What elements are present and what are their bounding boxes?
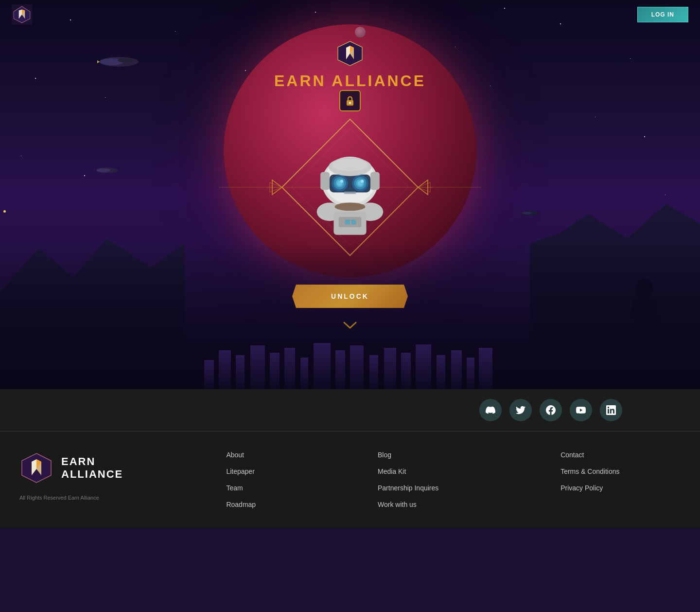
footer-link-partnership[interactable]: Partnership Inquires [378, 484, 438, 492]
lock-badge [339, 90, 361, 111]
footer-link-blog[interactable]: Blog [378, 451, 438, 459]
svg-rect-72 [351, 219, 356, 225]
footer-link-privacy[interactable]: Privacy Policy [560, 484, 619, 492]
brand-earn: EARN [274, 72, 326, 90]
footer-brand-text: EARN ALLIANCE [61, 455, 123, 481]
linkedin-button[interactable] [600, 399, 622, 421]
footer-link-contact[interactable]: Contact [560, 451, 619, 459]
twitter-button[interactable] [509, 399, 532, 421]
footer-col-2: Blog Media Kit Partnership Inquires Work… [378, 451, 438, 508]
svg-rect-71 [345, 219, 350, 225]
footer-link-roadmap[interactable]: Roadmap [226, 501, 256, 508]
footer-logo-area: EARN ALLIANCE [19, 451, 165, 485]
footer-main: EARN ALLIANCE All Rights Reserved Earn A… [0, 432, 700, 528]
footer-nav-columns: About Litepaper Team Roadmap Blog Media … [165, 451, 681, 508]
footer-copyright: All Rights Reserved Earn Alliance [19, 495, 165, 501]
svg-rect-63 [370, 172, 380, 190]
footer: EARN ALLIANCE All Rights Reserved Earn A… [0, 389, 700, 528]
footer-link-litepaper[interactable]: Litepaper [226, 468, 256, 475]
brand-name: EARN ALLIANCE [274, 72, 426, 90]
brand-alliance: ALLIANCE [332, 72, 426, 90]
svg-point-65 [332, 159, 368, 171]
social-bar [0, 389, 700, 431]
svg-rect-61 [344, 191, 356, 194]
discord-button[interactable] [479, 399, 502, 421]
footer-brand-line2: ALLIANCE [61, 468, 123, 480]
center-content: EARN ALLIANCE [0, 0, 700, 389]
footer-link-team[interactable]: Team [226, 484, 256, 492]
header: LOG IN [0, 0, 700, 29]
header-logo [12, 4, 32, 25]
diamond-container [267, 105, 433, 270]
footer-logo-icon [19, 451, 53, 485]
footer-link-media-kit[interactable]: Media Kit [378, 468, 438, 475]
svg-point-60 [361, 180, 364, 182]
hero-section: EARN ALLIANCE [0, 0, 700, 389]
unlock-button[interactable]: UNLOCK [292, 285, 408, 308]
brand-logo-icon [335, 39, 365, 68]
svg-point-59 [340, 180, 343, 182]
footer-link-work-with-us[interactable]: Work with us [378, 501, 438, 508]
robot-image [299, 142, 401, 244]
svg-point-47 [349, 102, 351, 104]
footer-brand-line1: EARN [61, 455, 95, 468]
youtube-button[interactable] [570, 399, 592, 421]
login-button[interactable]: LOG IN [637, 7, 688, 22]
svg-point-73 [335, 203, 366, 211]
scroll-chevron[interactable] [343, 318, 357, 333]
footer-link-about[interactable]: About [226, 451, 256, 459]
footer-col-3: Contact Terms & Conditions Privacy Polic… [560, 451, 619, 508]
footer-brand-column: EARN ALLIANCE All Rights Reserved Earn A… [19, 451, 165, 508]
footer-link-terms[interactable]: Terms & Conditions [560, 468, 619, 475]
facebook-button[interactable] [540, 399, 562, 421]
svg-rect-62 [320, 172, 330, 190]
footer-col-1: About Litepaper Team Roadmap [226, 451, 256, 508]
